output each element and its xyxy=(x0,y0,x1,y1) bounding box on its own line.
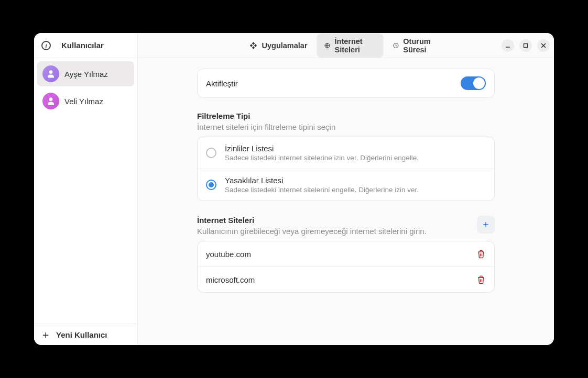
app-window: i Kullanıcılar Ayşe Yılmaz Veli Yılmaz ＋… xyxy=(34,33,554,345)
trash-icon xyxy=(476,249,486,259)
user-item-veli[interactable]: Veli Yılmaz xyxy=(37,88,134,114)
tab-label: Uygulamalar xyxy=(262,41,308,50)
filter-option-blocklist[interactable]: Yasaklılar Listesi Sadece listedeki inte… xyxy=(198,169,494,201)
minimize-icon xyxy=(505,43,510,48)
avatar-icon xyxy=(42,65,59,82)
globe-icon xyxy=(324,41,331,50)
minimize-button[interactable] xyxy=(502,39,514,52)
apps-icon xyxy=(249,41,258,50)
radio-icon xyxy=(206,148,216,158)
user-list: Ayşe Yılmaz Veli Yılmaz xyxy=(34,58,137,324)
close-button[interactable] xyxy=(537,39,550,52)
tab-session[interactable]: Oturum Süresi xyxy=(385,34,450,58)
site-domain: youtube.com xyxy=(206,250,251,259)
user-name: Ayşe Yılmaz xyxy=(64,70,108,79)
sites-subtitle: Kullanıcının girebileceği veya giremeyec… xyxy=(197,227,427,236)
trash-icon xyxy=(476,275,486,284)
window-controls xyxy=(502,39,550,52)
tabs: Uygulamalar İnternet Siteleri Oturum Sür… xyxy=(242,34,450,58)
sites-card: youtube.com microsoft.com xyxy=(197,241,495,293)
filter-option-title: Yasaklılar Listesi xyxy=(225,176,419,185)
plus-icon: ＋ xyxy=(40,329,50,340)
filter-section-head: Filtreleme Tipi İnternet siteleri için f… xyxy=(197,112,495,131)
sites-section-head: İnternet Siteleri Kullanıcının girebilec… xyxy=(197,216,495,236)
maximize-button[interactable] xyxy=(519,39,532,52)
user-item-ayse[interactable]: Ayşe Yılmaz xyxy=(37,61,134,86)
about-icon[interactable]: i xyxy=(41,41,51,50)
site-domain: microsoft.com xyxy=(206,275,255,284)
maximize-icon xyxy=(523,43,528,48)
site-row: microsoft.com xyxy=(198,266,494,292)
toggle-knob xyxy=(473,77,485,89)
plus-icon xyxy=(482,220,490,229)
enable-row: Aktifleştir xyxy=(198,69,494,97)
new-user-label: Yeni Kullanıcı xyxy=(56,330,107,339)
filter-subtitle: İnternet siteleri için filtreleme tipini… xyxy=(197,123,495,131)
filter-option-title: İzinliler Listesi xyxy=(225,144,419,153)
tab-apps[interactable]: Uygulamalar xyxy=(242,34,315,58)
new-user-button[interactable]: ＋ Yeni Kullanıcı xyxy=(34,324,137,345)
sites-head-text: İnternet Siteleri Kullanıcının girebilec… xyxy=(197,216,427,236)
main-area: Uygulamalar İnternet Siteleri Oturum Sür… xyxy=(138,33,554,345)
add-site-button[interactable] xyxy=(477,216,495,234)
user-name: Veli Yılmaz xyxy=(64,97,103,106)
filter-card: İzinliler Listesi Sadece listedeki inter… xyxy=(197,137,495,201)
delete-site-button[interactable] xyxy=(476,249,486,259)
filter-option-text: İzinliler Listesi Sadece listedeki inter… xyxy=(225,144,419,162)
filter-option-desc: Sadece listedeki internet sitelerini eng… xyxy=(225,186,419,194)
tab-label: Oturum Süresi xyxy=(403,37,442,54)
filter-title: Filtreleme Tipi xyxy=(197,112,495,120)
content: Aktifleştir Filtreleme Tipi İnternet sit… xyxy=(138,58,554,345)
filter-option-allowlist[interactable]: İzinliler Listesi Sadece listedeki inter… xyxy=(198,137,494,169)
filter-option-text: Yasaklılar Listesi Sadece listedeki inte… xyxy=(225,176,419,194)
clock-icon xyxy=(393,41,399,50)
site-row: youtube.com xyxy=(198,241,494,266)
sites-title: İnternet Siteleri xyxy=(197,216,427,225)
tab-websites[interactable]: İnternet Siteleri xyxy=(317,34,384,58)
enable-toggle[interactable] xyxy=(461,76,486,90)
close-icon xyxy=(541,43,546,48)
avatar-icon xyxy=(42,93,59,109)
sidebar-header: i Kullanıcılar xyxy=(34,33,137,58)
sidebar-title: Kullanıcılar xyxy=(61,41,104,50)
svg-rect-3 xyxy=(524,43,528,47)
radio-icon xyxy=(206,180,216,190)
delete-site-button[interactable] xyxy=(476,275,486,284)
topbar: Uygulamalar İnternet Siteleri Oturum Sür… xyxy=(138,33,554,58)
enable-card: Aktifleştir xyxy=(197,69,495,98)
settings-panel: Aktifleştir Filtreleme Tipi İnternet sit… xyxy=(197,69,495,293)
tab-label: İnternet Siteleri xyxy=(335,37,376,54)
sidebar: i Kullanıcılar Ayşe Yılmaz Veli Yılmaz ＋… xyxy=(34,33,138,345)
filter-option-desc: Sadece listedeki internet sitelerine izi… xyxy=(225,154,419,162)
enable-label: Aktifleştir xyxy=(206,79,238,88)
